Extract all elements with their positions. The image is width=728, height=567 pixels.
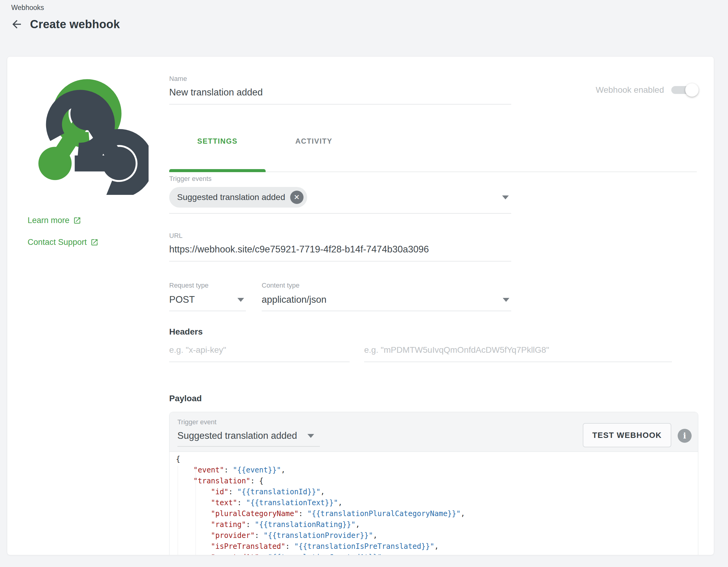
trigger-events-field[interactable]: Trigger events Suggested translation add… xyxy=(169,175,511,214)
payload-code[interactable]: { "event": "{{event}}", "translation": {… xyxy=(169,452,698,555)
trigger-event-chip-label: Suggested translation added xyxy=(177,193,285,202)
page-title: Create webhook xyxy=(30,18,120,31)
trigger-event-chip: Suggested translation added ✕ xyxy=(169,187,307,208)
payload-panel-header: Trigger event Suggested translation adde… xyxy=(169,412,698,452)
code-line: "isPreTranslated": "{{translationIsPreTr… xyxy=(176,541,698,552)
breadcrumb[interactable]: Webhooks xyxy=(11,4,44,12)
webhook-card: Learn more Contact Support Webhook enabl… xyxy=(7,56,714,555)
webhook-logo xyxy=(25,76,149,195)
url-field: URL xyxy=(169,232,511,262)
chevron-down-icon[interactable] xyxy=(503,298,509,302)
payload-trigger-event-label: Trigger event xyxy=(177,418,320,426)
contact-support-link[interactable]: Contact Support xyxy=(28,238,99,247)
trigger-events-underline xyxy=(169,213,511,214)
payload-trigger-event-select[interactable]: Trigger event Suggested translation adde… xyxy=(177,418,320,447)
code-line: "text": "{{translationText}}", xyxy=(176,497,698,508)
url-input[interactable] xyxy=(169,244,511,255)
tab-settings[interactable]: SETTINGS xyxy=(169,134,266,146)
content-type-underline xyxy=(262,310,511,311)
contact-support-label: Contact Support xyxy=(28,238,87,247)
back-arrow-icon xyxy=(10,18,23,31)
trigger-events-label: Trigger events xyxy=(169,175,511,183)
payload-panel: Trigger event Suggested translation adde… xyxy=(169,412,698,555)
external-link-icon xyxy=(73,217,81,225)
request-type-value: POST xyxy=(169,294,195,305)
learn-more-label: Learn more xyxy=(28,216,69,225)
code-line: "rating": "{{translationRating}}", xyxy=(176,519,698,530)
toggle-knob xyxy=(685,83,699,97)
code-line: "provider": "{{translationProvider}}", xyxy=(176,530,698,541)
tab-activity[interactable]: ACTIVITY xyxy=(266,134,362,146)
request-type-select[interactable]: Request type POST xyxy=(169,282,246,311)
url-label: URL xyxy=(169,232,511,240)
payload-trigger-underline xyxy=(177,446,320,447)
header-key-field xyxy=(169,345,350,362)
headers-title: Headers xyxy=(169,327,203,337)
back-button[interactable] xyxy=(10,18,23,31)
webhook-enabled-label: Webhook enabled xyxy=(596,85,664,95)
tab-active-indicator xyxy=(169,169,266,172)
test-webhook-button[interactable]: TEST WEBHOOK xyxy=(583,423,671,447)
code-line: { xyxy=(176,454,698,465)
type-selects-row: Request type POST Content type applicati… xyxy=(169,282,511,311)
toggle-switch[interactable] xyxy=(671,83,699,97)
code-line: "translation": { xyxy=(176,475,698,486)
chip-remove-icon[interactable]: ✕ xyxy=(290,191,304,204)
content-type-value: application/json xyxy=(262,294,327,305)
chevron-down-icon[interactable] xyxy=(237,298,244,302)
payload-trigger-event-value: Suggested translation added xyxy=(177,430,297,441)
tabs: SETTINGS ACTIVITY xyxy=(169,134,698,173)
request-type-label: Request type xyxy=(169,282,246,289)
learn-more-link[interactable]: Learn more xyxy=(28,216,81,225)
header-value-input[interactable] xyxy=(364,345,672,361)
url-underline xyxy=(169,261,511,262)
header-value-field xyxy=(364,345,672,362)
webhook-enabled-toggle[interactable]: Webhook enabled xyxy=(596,83,699,97)
code-line: "id": "{{translationId}}", xyxy=(176,486,698,497)
indent-guide xyxy=(196,466,196,555)
chevron-down-icon[interactable] xyxy=(307,434,314,438)
content-type-select[interactable]: Content type application/json xyxy=(262,282,511,311)
request-type-underline xyxy=(169,310,246,311)
chevron-down-icon[interactable] xyxy=(502,196,509,200)
code-line: "createdAt": "{{translationCreatedAt}}", xyxy=(176,552,698,555)
info-icon[interactable]: i xyxy=(678,429,692,443)
name-input[interactable] xyxy=(169,87,511,98)
indent-guide xyxy=(178,466,178,555)
name-field: Name xyxy=(169,75,511,105)
titlebar: Create webhook xyxy=(10,18,120,31)
code-line: "pluralCategoryName": "{{translationPlur… xyxy=(176,508,698,519)
name-label: Name xyxy=(169,75,511,83)
header-value-underline xyxy=(364,361,672,362)
header-key-input[interactable] xyxy=(169,345,350,361)
header-key-underline xyxy=(169,361,350,362)
content-type-label: Content type xyxy=(262,282,511,289)
name-underline xyxy=(169,104,511,105)
external-link-icon xyxy=(90,238,99,247)
payload-title: Payload xyxy=(169,394,202,403)
code-line: "event": "{{event}}", xyxy=(176,465,698,475)
